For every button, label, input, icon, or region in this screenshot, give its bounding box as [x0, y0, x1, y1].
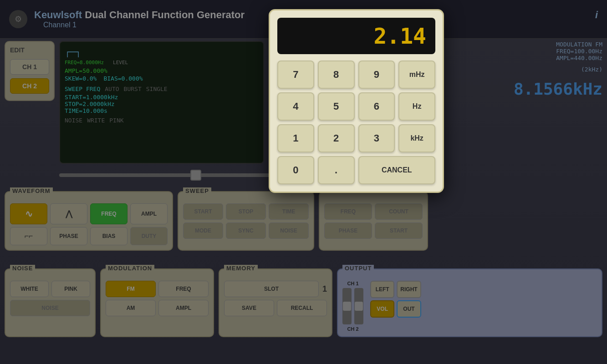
calc-keypad: 7 8 9 mHz 4 5 6 Hz 1 2 3 kHz 0 . CANCEL — [277, 61, 435, 184]
calc-display: 2.14 — [277, 18, 435, 54]
calc-8[interactable]: 8 — [318, 61, 355, 89]
calc-9[interactable]: 9 — [358, 61, 395, 89]
calc-display-value: 2.14 — [286, 23, 426, 49]
calc-7[interactable]: 7 — [277, 61, 314, 89]
calc-6[interactable]: 6 — [358, 92, 395, 121]
calc-cancel[interactable]: CANCEL — [358, 156, 436, 184]
calc-3[interactable]: 3 — [358, 124, 395, 152]
calc-4[interactable]: 4 — [277, 92, 314, 121]
calc-0[interactable]: 0 — [277, 156, 314, 184]
calculator-dialog: 2.14 7 8 9 mHz 4 5 6 Hz 1 2 3 kHz 0 . CA… — [269, 9, 444, 193]
calc-mhz[interactable]: mHz — [398, 61, 435, 89]
calc-khz[interactable]: kHz — [398, 124, 435, 152]
calc-2[interactable]: 2 — [318, 124, 355, 152]
calc-1[interactable]: 1 — [277, 124, 314, 152]
calc-dot[interactable]: . — [318, 156, 355, 184]
calc-hz[interactable]: Hz — [398, 92, 435, 121]
calc-5[interactable]: 5 — [318, 92, 355, 121]
